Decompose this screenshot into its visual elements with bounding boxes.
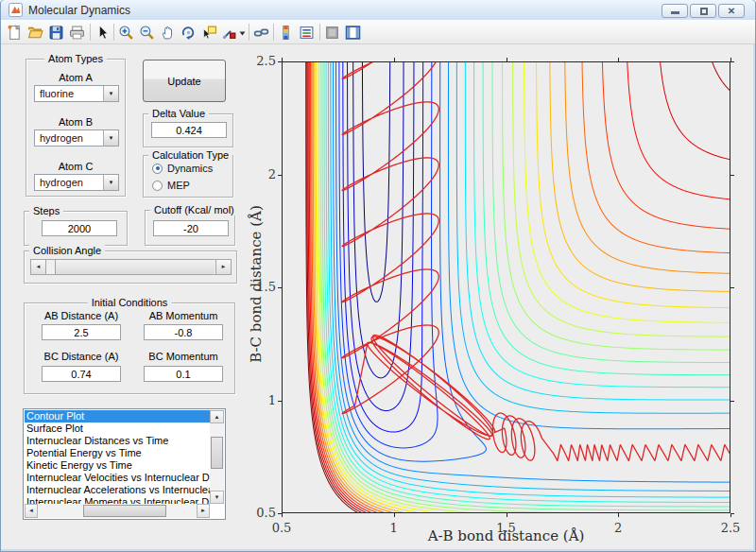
initial-conditions-title: Initial Conditions — [88, 297, 172, 308]
bc-distance-input[interactable] — [42, 366, 121, 382]
list-item[interactable]: Internuclear Distances vs Time — [25, 435, 210, 447]
steps-panel: Steps — [24, 211, 128, 246]
collision-angle-slider[interactable]: ◄ ► — [30, 259, 232, 275]
list-item[interactable]: Kinetic Energy vs Time — [25, 459, 210, 472]
edit-plot-icon[interactable] — [94, 24, 112, 42]
slider-thumb[interactable] — [55, 260, 215, 274]
brush-icon[interactable] — [220, 24, 238, 42]
pan-icon[interactable] — [159, 24, 177, 42]
rotate-3d-icon[interactable] — [180, 24, 198, 42]
insert-legend-icon[interactable] — [298, 24, 316, 42]
ab-distance-label: AB Distance (A) — [34, 310, 129, 321]
slider-left-arrow-icon[interactable]: ◄ — [31, 260, 46, 274]
ab-distance-input[interactable] — [42, 324, 121, 340]
close-button[interactable]: ✕ — [718, 4, 745, 18]
update-button[interactable]: Update — [143, 60, 226, 102]
close-icon: ✕ — [719, 5, 744, 17]
minimize-button[interactable] — [662, 4, 688, 18]
insert-colorbar-icon[interactable] — [277, 24, 295, 42]
maximize-button[interactable] — [690, 4, 716, 18]
brush-dropdown-icon[interactable] — [237, 24, 247, 42]
app-window: Molecular Dynamics ✕ At — [0, 0, 756, 552]
atom-c-select[interactable]: hydrogen ▼ — [34, 174, 119, 191]
x-tick-label: 2 — [601, 521, 635, 535]
steps-title: Steps — [29, 205, 63, 216]
contour-plot: A-B bond distance (Å) B-C bond distance … — [276, 56, 748, 552]
list-item[interactable]: Contour Plot — [25, 410, 210, 423]
collision-angle-panel: Collision Angle ◄ ► — [24, 250, 237, 284]
chevron-down-icon[interactable]: ▼ — [103, 175, 118, 190]
ab-momentum-input[interactable] — [144, 324, 223, 340]
calculation-type-panel: Calculation Type Dynamics MEP — [143, 155, 233, 198]
chevron-down-icon[interactable]: ▼ — [103, 86, 118, 101]
show-plot-tools-dock-icon[interactable] — [344, 24, 362, 42]
scroll-left-icon[interactable]: ◄ — [25, 504, 38, 518]
calculation-type-title: Calculation Type — [148, 149, 232, 161]
plot-type-listbox: Contour Plot Surface Plot Internuclear D… — [23, 408, 226, 520]
x-tick-label: 1 — [377, 521, 411, 535]
scrollbar-thumb[interactable] — [83, 505, 166, 517]
matlab-icon — [9, 3, 23, 17]
scrollbar-thumb[interactable] — [211, 437, 223, 469]
cutoff-title: Cutoff (Kcal/ mol) — [150, 204, 238, 216]
maximize-icon — [700, 8, 708, 15]
atom-a-label: Atom A — [26, 72, 125, 83]
link-plot-icon[interactable] — [252, 24, 270, 42]
zoom-in-icon[interactable] — [117, 24, 135, 42]
atom-types-panel: Atom Types Atom A fluorine ▼ Atom B hydr… — [26, 59, 126, 197]
slider-right-arrow-icon[interactable]: ► — [215, 260, 231, 274]
bc-momentum-input[interactable] — [144, 366, 223, 382]
delta-value-input[interactable] — [151, 122, 227, 138]
figure-area: Atom Types Atom A fluorine ▼ Atom B hydr… — [1, 44, 753, 549]
radio-button-icon — [152, 181, 163, 191]
y-tick-label: 2 — [242, 167, 276, 181]
toolbar — [1, 20, 755, 44]
atom-c-label: Atom C — [26, 161, 125, 172]
title-bar[interactable]: Molecular Dynamics ✕ — [1, 0, 755, 20]
chevron-down-icon[interactable]: ▼ — [103, 130, 118, 146]
x-tick-label: 2.5 — [713, 521, 747, 535]
steps-input[interactable] — [42, 220, 117, 236]
atom-types-title: Atom Types — [44, 53, 107, 64]
delta-value-title: Delta Value — [148, 108, 209, 119]
contour-canvas[interactable] — [276, 56, 736, 519]
cutoff-input[interactable] — [153, 220, 229, 236]
y-tick-label: 1 — [242, 393, 276, 407]
atom-b-value: hydrogen — [40, 132, 83, 144]
x-tick-label: 0.5 — [265, 521, 299, 535]
radio-dynamics[interactable]: Dynamics — [152, 163, 213, 174]
atom-b-label: Atom B — [26, 116, 125, 128]
atom-b-select[interactable]: hydrogen ▼ — [34, 129, 119, 147]
collision-angle-title: Collision Angle — [29, 245, 105, 256]
vertical-scrollbar[interactable]: ▲ ▼ — [210, 410, 224, 504]
scroll-right-icon[interactable]: ► — [197, 504, 210, 518]
scroll-up-icon[interactable]: ▲ — [210, 410, 224, 423]
minimize-icon — [671, 11, 679, 14]
atom-a-select[interactable]: fluorine ▼ — [34, 85, 119, 102]
radio-button-icon — [152, 164, 163, 174]
atom-c-value: hydrogen — [40, 177, 83, 188]
list-item[interactable]: Internuclear Accelerations vs Internucle… — [25, 484, 210, 496]
list-item[interactable]: Surface Plot — [25, 423, 210, 435]
data-cursor-icon[interactable] — [200, 24, 218, 42]
radio-mep[interactable]: MEP — [152, 180, 190, 191]
list-item[interactable]: Potential Energy vs Time — [25, 447, 210, 459]
list-item[interactable]: Internuclear Momenta vs Internuclear Dis… — [25, 496, 210, 504]
save-figure-icon[interactable] — [47, 24, 65, 42]
list-item[interactable]: Internuclear Velocities vs Internuclear … — [25, 472, 210, 484]
zoom-out-icon[interactable] — [138, 24, 156, 42]
radio-dynamics-label: Dynamics — [167, 163, 213, 174]
window-title: Molecular Dynamics — [28, 4, 130, 17]
hide-plot-tools-icon[interactable] — [323, 24, 341, 42]
horizontal-scrollbar[interactable]: ◄ ► — [25, 504, 210, 518]
x-tick-label: 1.5 — [490, 521, 524, 535]
new-figure-icon[interactable] — [6, 24, 24, 42]
open-file-icon[interactable] — [26, 24, 44, 42]
cutoff-panel: Cutoff (Kcal/ mol) — [145, 210, 235, 246]
ab-momentum-label: AB Momentum — [136, 310, 231, 321]
scroll-down-icon[interactable]: ▼ — [210, 491, 224, 504]
y-tick-label: 2.5 — [242, 54, 276, 68]
bc-distance-label: BC Distance (A) — [34, 351, 129, 362]
atom-a-value: fluorine — [40, 88, 74, 99]
print-figure-icon[interactable] — [68, 24, 86, 42]
